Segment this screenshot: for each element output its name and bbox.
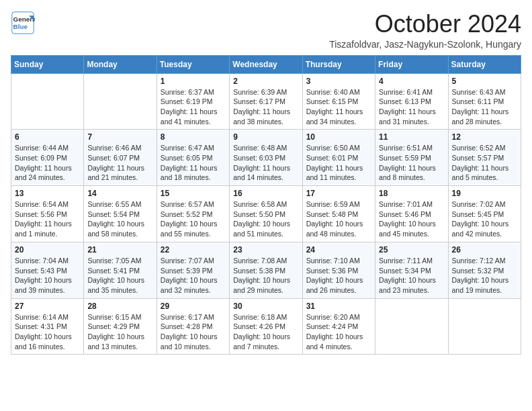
day-number: 10 [306,132,371,142]
day-number: 26 [452,245,517,255]
calendar-cell: 16Sunrise: 6:58 AMSunset: 5:50 PMDayligh… [230,186,302,242]
calendar-cell: 28Sunrise: 6:15 AMSunset: 4:29 PMDayligh… [84,298,157,355]
day-number: 5 [452,77,517,86]
month-title: October 2024 [329,11,521,38]
calendar-cell: 4Sunrise: 6:41 AMSunset: 6:13 PMDaylight… [375,73,448,130]
day-number: 21 [87,245,152,255]
day-number: 19 [452,189,517,198]
logo: General Blue [11,11,35,35]
calendar-cell: 20Sunrise: 7:04 AMSunset: 5:43 PMDayligh… [11,242,84,298]
day-number: 31 [306,302,371,311]
calendar-week-2: 6Sunrise: 6:44 AMSunset: 6:09 PMDaylight… [11,130,521,186]
calendar-cell: 17Sunrise: 6:59 AMSunset: 5:48 PMDayligh… [302,186,375,242]
calendar-week-3: 13Sunrise: 6:54 AMSunset: 5:56 PMDayligh… [11,186,521,242]
calendar-cell: 24Sunrise: 7:10 AMSunset: 5:36 PMDayligh… [302,242,375,298]
calendar-cell: 8Sunrise: 6:47 AMSunset: 6:05 PMDaylight… [157,130,229,186]
day-info: Sunrise: 7:05 AMSunset: 5:41 PMDaylight:… [87,256,152,295]
day-number: 15 [161,189,226,198]
col-header-thursday: Thursday [302,55,375,73]
calendar-cell [375,298,448,355]
day-number: 22 [161,245,226,255]
title-block: October 2024 Tiszafoldvar, Jasz-Nagykun-… [329,11,521,50]
day-number: 24 [306,245,371,255]
col-header-tuesday: Tuesday [157,55,229,73]
day-number: 13 [15,189,80,198]
calendar-cell: 7Sunrise: 6:46 AMSunset: 6:07 PMDaylight… [84,130,157,186]
day-info: Sunrise: 6:14 AMSunset: 4:31 PMDaylight:… [15,312,80,352]
calendar-cell: 5Sunrise: 6:43 AMSunset: 6:11 PMDaylight… [448,73,521,130]
day-info: Sunrise: 6:39 AMSunset: 6:17 PMDaylight:… [233,87,298,127]
calendar-cell: 30Sunrise: 6:18 AMSunset: 4:26 PMDayligh… [230,298,302,355]
day-number: 8 [161,132,226,142]
calendar-cell [84,73,157,130]
location-subtitle: Tiszafoldvar, Jasz-Nagykun-Szolonk, Hung… [329,39,521,50]
day-number: 30 [233,302,298,311]
calendar-cell: 29Sunrise: 6:17 AMSunset: 4:28 PMDayligh… [157,298,229,355]
calendar-cell: 14Sunrise: 6:55 AMSunset: 5:54 PMDayligh… [84,186,157,242]
col-header-saturday: Saturday [448,55,521,73]
calendar-cell: 6Sunrise: 6:44 AMSunset: 6:09 PMDaylight… [11,130,84,186]
day-number: 12 [452,132,517,142]
day-info: Sunrise: 6:17 AMSunset: 4:28 PMDaylight:… [161,312,226,352]
day-info: Sunrise: 6:20 AMSunset: 4:24 PMDaylight:… [306,312,371,352]
day-info: Sunrise: 6:55 AMSunset: 5:54 PMDaylight:… [87,199,152,239]
calendar-cell: 27Sunrise: 6:14 AMSunset: 4:31 PMDayligh… [11,298,84,355]
calendar-cell: 22Sunrise: 7:07 AMSunset: 5:39 PMDayligh… [157,242,229,298]
day-info: Sunrise: 6:18 AMSunset: 4:26 PMDaylight:… [233,312,298,352]
day-number: 7 [87,132,152,142]
col-header-friday: Friday [375,55,448,73]
day-info: Sunrise: 6:43 AMSunset: 6:11 PMDaylight:… [452,87,517,127]
day-info: Sunrise: 6:58 AMSunset: 5:50 PMDaylight:… [233,199,298,239]
day-number: 4 [379,77,444,86]
day-info: Sunrise: 6:41 AMSunset: 6:13 PMDaylight:… [379,87,444,127]
day-info: Sunrise: 6:57 AMSunset: 5:52 PMDaylight:… [161,199,226,239]
day-info: Sunrise: 7:02 AMSunset: 5:45 PMDaylight:… [452,199,517,239]
day-info: Sunrise: 6:40 AMSunset: 6:15 PMDaylight:… [306,87,371,127]
calendar-cell [448,298,521,355]
calendar-cell: 19Sunrise: 7:02 AMSunset: 5:45 PMDayligh… [448,186,521,242]
calendar-cell: 9Sunrise: 6:48 AMSunset: 6:03 PMDaylight… [230,130,302,186]
calendar-cell: 18Sunrise: 7:01 AMSunset: 5:46 PMDayligh… [375,186,448,242]
calendar-cell: 15Sunrise: 6:57 AMSunset: 5:52 PMDayligh… [157,186,229,242]
col-header-sunday: Sunday [11,55,84,73]
calendar-cell: 25Sunrise: 7:11 AMSunset: 5:34 PMDayligh… [375,242,448,298]
day-info: Sunrise: 6:15 AMSunset: 4:29 PMDaylight:… [87,312,152,352]
calendar-week-5: 27Sunrise: 6:14 AMSunset: 4:31 PMDayligh… [11,298,521,355]
day-number: 3 [306,77,371,86]
day-number: 1 [161,77,226,86]
day-info: Sunrise: 7:07 AMSunset: 5:39 PMDaylight:… [161,256,226,295]
calendar-week-4: 20Sunrise: 7:04 AMSunset: 5:43 PMDayligh… [11,242,521,298]
day-info: Sunrise: 6:47 AMSunset: 6:05 PMDaylight:… [161,143,226,183]
day-info: Sunrise: 6:59 AMSunset: 5:48 PMDaylight:… [306,199,371,239]
day-info: Sunrise: 6:54 AMSunset: 5:56 PMDaylight:… [15,199,80,239]
day-info: Sunrise: 7:01 AMSunset: 5:46 PMDaylight:… [379,199,444,239]
calendar-cell: 1Sunrise: 6:37 AMSunset: 6:19 PMDaylight… [157,73,229,130]
day-number: 6 [15,132,80,142]
day-number: 14 [87,189,152,198]
calendar-week-1: 1Sunrise: 6:37 AMSunset: 6:19 PMDaylight… [11,73,521,130]
day-number: 2 [233,77,298,86]
day-info: Sunrise: 6:50 AMSunset: 6:01 PMDaylight:… [306,143,371,183]
day-number: 17 [306,189,371,198]
day-number: 11 [379,132,444,142]
day-info: Sunrise: 7:08 AMSunset: 5:38 PMDaylight:… [233,256,298,295]
calendar-cell: 3Sunrise: 6:40 AMSunset: 6:15 PMDaylight… [302,73,375,130]
calendar-cell: 23Sunrise: 7:08 AMSunset: 5:38 PMDayligh… [230,242,302,298]
col-header-monday: Monday [84,55,157,73]
calendar-cell [11,73,84,130]
calendar-cell: 11Sunrise: 6:51 AMSunset: 5:59 PMDayligh… [375,130,448,186]
calendar-cell: 12Sunrise: 6:52 AMSunset: 5:57 PMDayligh… [448,130,521,186]
day-info: Sunrise: 7:04 AMSunset: 5:43 PMDaylight:… [15,256,80,295]
calendar-table: SundayMondayTuesdayWednesdayThursdayFrid… [11,55,521,355]
calendar-cell: 26Sunrise: 7:12 AMSunset: 5:32 PMDayligh… [448,242,521,298]
svg-text:Blue: Blue [13,23,28,30]
calendar-cell: 10Sunrise: 6:50 AMSunset: 6:01 PMDayligh… [302,130,375,186]
logo-icon: General Blue [11,11,35,35]
day-number: 29 [161,302,226,311]
day-info: Sunrise: 7:12 AMSunset: 5:32 PMDaylight:… [452,256,517,295]
page-header: General Blue October 2024 Tiszafoldvar, … [11,11,521,50]
day-info: Sunrise: 7:10 AMSunset: 5:36 PMDaylight:… [306,256,371,295]
day-number: 27 [15,302,80,311]
col-header-wednesday: Wednesday [230,55,302,73]
calendar-cell: 21Sunrise: 7:05 AMSunset: 5:41 PMDayligh… [84,242,157,298]
